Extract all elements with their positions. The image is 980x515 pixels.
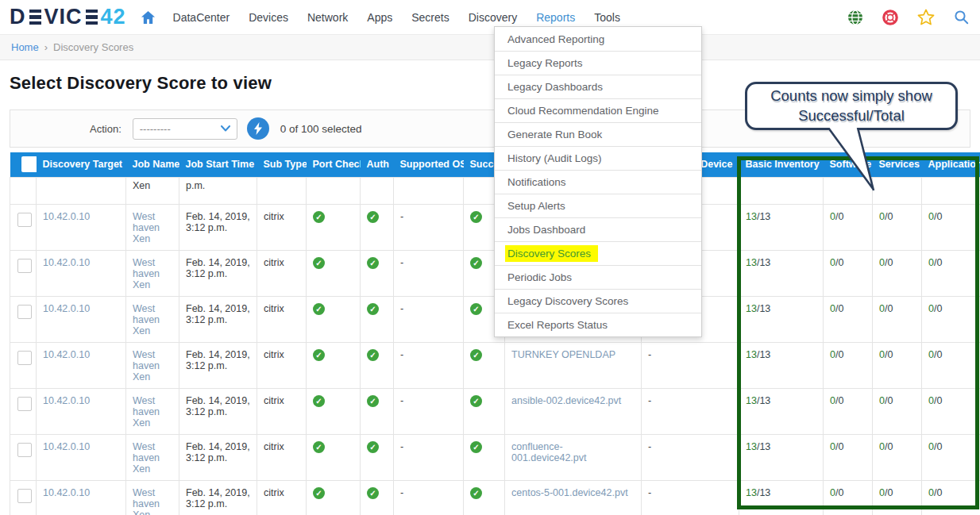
help-lifebuoy-icon[interactable] [882,10,898,25]
column-header-port_check[interactable]: Port Check [307,152,361,177]
cell-device: ansible-002.device42.pvt [505,388,642,434]
home-icon[interactable] [141,10,156,25]
action-select[interactable]: --------- [133,118,237,140]
breadcrumb-home-link[interactable]: Home [11,41,39,53]
job_name-link[interactable]: West haven Xen [133,395,160,429]
count-total: 13 [759,487,770,498]
row-checkbox[interactable] [17,397,32,411]
cell-basic_inventory: 13/13 [739,250,824,296]
menu-item-cloud-recommendation-engine[interactable]: Cloud Recommendation Engine [495,98,701,122]
success-check-icon: ✓ [313,487,325,499]
menu-item-excel-reports-status[interactable]: Excel Reports Status [495,313,701,336]
cell-start_time: Feb. 14, 2019, 3:12 p.m. [179,480,257,515]
cell-target: 10.42.0.10 [37,434,126,480]
count-successful: 0 [928,441,934,452]
count-successful: 0 [879,257,885,268]
cell-supported_os: - [394,480,464,515]
cell-supported_os: - [394,342,464,388]
menu-item-history-audit-logs[interactable]: History (Audit Logs) [495,146,701,170]
cell-sub_type [257,177,307,204]
cell-auth: ✓ [361,204,394,250]
cell-job_name: West haven Xen [126,204,179,250]
device-link[interactable]: TURNKEY OPENLDAP [511,349,615,360]
column-header-start_time[interactable]: Job Start Time [179,152,257,177]
select-all-checkbox[interactable] [21,156,37,172]
cell-applications: 0/0 [922,480,980,515]
target-link[interactable]: 10.42.0.10 [43,441,90,452]
target-link[interactable]: 10.42.0.10 [43,349,90,360]
menu-item-jobs-dashboard[interactable]: Jobs Dashboard [495,217,701,241]
menu-item-legacy-dashboards[interactable]: Legacy Dashboards [495,75,701,98]
logo-e-icon [29,10,41,25]
row-checkbox[interactable] [17,443,32,457]
device-link[interactable]: ansible-002.device42.pvt [511,395,621,406]
cell-device: centos-5-001.device42.pvt [505,480,642,515]
device-link[interactable]: confluence-001.device42.pvt [511,441,587,463]
job_name-link[interactable]: West haven Xen [133,303,160,336]
search-icon[interactable] [954,10,969,25]
cell-start_time: Feb. 14, 2019, 3:12 p.m. [179,342,257,388]
job_name-link[interactable]: West haven Xen [133,349,160,382]
menu-item-periodic-jobs[interactable]: Periodic Jobs [495,265,701,289]
favorites-star-icon[interactable] [917,9,935,25]
cell-software: 0/0 [824,434,873,480]
menu-item-generate-run-book[interactable]: Generate Run Book [495,122,701,146]
cell-job_name: West haven Xen [126,250,179,296]
row-checkbox[interactable] [17,213,32,227]
count-total: 0 [838,349,843,360]
count-total: 0 [838,487,843,498]
cell-device2: - [642,342,739,388]
row-checkbox[interactable] [17,351,32,365]
target-link[interactable]: 10.42.0.10 [43,211,90,222]
device42-logo[interactable]: D VIC 42 [10,5,126,29]
cell-target: 10.42.0.10 [37,296,126,342]
menu-item-discovery-scores[interactable]: Discovery Scores [495,241,701,265]
menu-item-legacy-reports[interactable]: Legacy Reports [495,51,701,75]
globe-icon[interactable] [847,10,863,25]
menu-item-notifications[interactable]: Notifications [495,170,701,194]
nav-item-discovery[interactable]: Discovery [469,11,517,24]
job_name-link[interactable]: West haven Xen [133,211,160,244]
target-link[interactable]: 10.42.0.10 [43,487,90,498]
nav-item-apps[interactable]: Apps [367,11,392,24]
row-checkbox[interactable] [17,259,32,273]
cell-job_name: West haven Xen [126,434,179,480]
menu-item-label: Jobs Dashboard [507,224,585,236]
apply-action-button[interactable] [247,117,269,140]
menu-item-legacy-discovery-scores[interactable]: Legacy Discovery Scores [495,289,701,313]
column-header-auth[interactable]: Auth [361,152,394,177]
column-header-applications[interactable]: Applications [922,152,980,177]
count-total: 0 [838,395,843,406]
nav-item-devices[interactable]: Devices [249,11,288,24]
breadcrumb-separator: › [44,41,48,53]
target-link[interactable]: 10.42.0.10 [43,257,90,268]
job_name-link[interactable]: West haven Xen [133,487,160,515]
count-successful: 0 [830,257,835,268]
nav-item-tools[interactable]: Tools [594,11,620,24]
column-header-supported_os[interactable]: Supported OS [394,152,464,177]
target-link[interactable]: 10.42.0.10 [43,303,90,314]
target-link[interactable]: 10.42.0.10 [43,395,90,406]
nav-item-datacenter[interactable]: DataCenter [173,11,230,24]
row-checkbox[interactable] [17,305,32,319]
device-link[interactable]: centos-5-001.device42.pvt [511,487,628,498]
cell-target: 10.42.0.10 [37,388,126,434]
nav-item-network[interactable]: Network [307,11,348,24]
logo-e-icon [86,10,98,25]
column-header-target[interactable]: Discovery Target [37,152,126,177]
job_name-link[interactable]: West haven Xen [133,257,160,290]
count-successful: 0 [830,303,835,314]
row-checkbox[interactable] [17,489,32,503]
nav-item-secrets[interactable]: Secrets [411,11,449,24]
nav-item-reports[interactable]: Reports [536,11,575,24]
job_name-link[interactable]: West haven Xen [133,441,160,475]
menu-item-advanced-reporting[interactable]: Advanced Reporting [495,27,701,51]
cell-auth: ✓ [361,296,394,342]
column-header-job_name[interactable]: Job Name [126,152,179,177]
count-successful: 0 [879,349,885,360]
cell-applications: 0/0 [922,434,980,480]
menu-item-setup-alerts[interactable]: Setup Alerts [495,194,701,217]
column-header-sub_type[interactable]: Sub Type [257,152,307,177]
cell-start_time: Feb. 14, 2019, 3:12 p.m. [179,388,257,434]
cell-applications: 0/0 [922,388,980,434]
